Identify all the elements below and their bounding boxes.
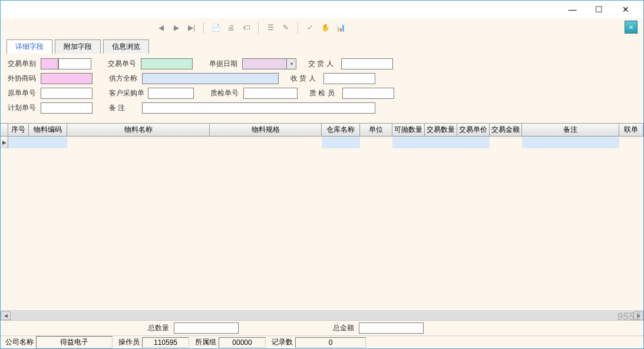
col-avail-qty[interactable]: 可抛数量	[392, 124, 425, 136]
list-icon[interactable]: ☰	[263, 21, 278, 35]
cell-mat-code[interactable]	[29, 137, 67, 148]
trans-no-input[interactable]	[141, 58, 193, 69]
totals-bar: 总数量 总金额	[1, 320, 643, 335]
col-mat-code[interactable]: 物料编码	[29, 124, 67, 136]
nav-next-icon[interactable]: ▶	[169, 21, 183, 35]
scroll-thumb[interactable]	[11, 311, 633, 320]
receiver-input[interactable]	[323, 73, 375, 84]
toolbar-sep	[258, 22, 259, 34]
receiver-label: 收 货 人	[290, 74, 321, 84]
cell-seq[interactable]	[8, 137, 29, 148]
remark-label: 备 注	[109, 103, 140, 113]
close-button[interactable]: ✕	[612, 1, 639, 18]
deliverer-input[interactable]	[341, 58, 393, 69]
deliverer-label: 交 货 人	[308, 59, 339, 69]
grid-body[interactable]: ▶	[1, 137, 643, 310]
vendor-code-label: 外协商码	[8, 74, 38, 84]
operator-value: 110595	[142, 337, 189, 348]
check-icon[interactable]: ✓	[303, 21, 317, 35]
col-unit-price[interactable]: 交易单价	[457, 124, 490, 136]
trans-no-label: 交易单号	[108, 59, 138, 69]
cell-unit[interactable]	[360, 137, 392, 148]
count-label: 记录数	[269, 337, 295, 347]
maximize-button[interactable]: ☐	[586, 1, 612, 18]
cell-mat-spec[interactable]	[210, 137, 322, 148]
grid-header: 序号 物料编码 物料名称 物料规格 仓库名称 单位 可抛数量 交易数量 交易单价…	[1, 123, 643, 137]
form-panel: 交易单别 交易单号 单据日期 ▾ 交 货 人 外协商码	[1, 54, 643, 123]
orig-no-label: 原单单号	[8, 88, 38, 98]
cell-amount[interactable]	[490, 137, 522, 148]
qc-no-label: 质检单号	[210, 88, 241, 98]
table-row[interactable]: ▶	[1, 137, 643, 148]
nav-prev-icon[interactable]: ◀	[154, 21, 168, 35]
horizontal-scrollbar[interactable]: ◀ ▶	[1, 310, 643, 320]
cell-mat-name[interactable]	[67, 137, 210, 148]
new-doc-icon[interactable]: 📄	[209, 21, 223, 35]
print-icon[interactable]: 🖨	[224, 21, 238, 35]
cell-link[interactable]	[619, 137, 643, 148]
toolbar-sep	[298, 22, 298, 34]
chart-icon[interactable]: 📊	[333, 21, 348, 35]
company-label: 公司名称	[3, 337, 36, 347]
col-mat-name[interactable]: 物料名称	[67, 124, 210, 136]
bill-date-label: 单据日期	[209, 59, 240, 69]
cell-warehouse[interactable]	[322, 137, 360, 148]
total-amount-input	[359, 323, 424, 334]
minimize-button[interactable]: —	[559, 1, 586, 18]
nav-last-icon[interactable]: ▶|	[184, 21, 199, 35]
remark-input[interactable]	[142, 102, 375, 114]
col-amount[interactable]: 交易金额	[490, 124, 522, 136]
cell-avail-qty[interactable]	[392, 137, 425, 148]
tab-bar: 详细字段 附加字段 信息浏览	[1, 37, 643, 54]
operator-label: 操作员	[116, 337, 142, 347]
tab-detail[interactable]: 详细字段	[6, 39, 52, 54]
col-remark[interactable]: 备注	[522, 124, 619, 136]
scroll-left-icon[interactable]: ◀	[1, 311, 11, 320]
total-qty-input	[174, 323, 239, 334]
approve-icon[interactable]: ✋	[318, 21, 332, 35]
group-value: 00000	[219, 337, 266, 348]
tab-additional[interactable]: 附加字段	[55, 39, 101, 54]
col-unit[interactable]: 单位	[360, 124, 392, 136]
status-bar: 公司名称 得益电子 操作员 110595 所属组 00000 记录数 0	[1, 335, 643, 348]
edit-icon[interactable]: ✎	[279, 21, 293, 35]
scroll-right-icon[interactable]: ▶	[633, 311, 643, 320]
total-qty-label: 总数量	[148, 323, 169, 333]
plan-no-input[interactable]	[41, 102, 93, 114]
trans-type-input2[interactable]	[58, 58, 91, 69]
company-value: 得益电子	[36, 336, 113, 348]
vendor-name-input[interactable]	[142, 73, 279, 84]
cust-po-input[interactable]	[148, 88, 194, 99]
date-dropdown-icon[interactable]: ▾	[287, 58, 296, 69]
vendor-name-label: 供方全称	[109, 74, 140, 84]
main-window: — ☐ ✕ ◀ ▶ ▶| 📄 🖨 🏷 ☰ ✎ ✓ ✋ 📊 ✕ 详细字段 附加字段…	[0, 0, 644, 349]
col-mat-spec[interactable]: 物料规格	[210, 124, 322, 136]
qc-no-input[interactable]	[243, 88, 298, 99]
col-link[interactable]: 联单	[619, 124, 643, 136]
group-label: 所属组	[193, 337, 219, 347]
col-rowmarker[interactable]	[1, 124, 8, 136]
exit-button[interactable]: ✕	[625, 21, 638, 34]
plan-no-label: 计划单号	[8, 103, 38, 113]
inspector-label: 质 检 员	[309, 88, 340, 98]
vendor-code-input[interactable]	[41, 73, 93, 84]
col-seq[interactable]: 序号	[8, 124, 29, 136]
tab-browse[interactable]: 信息浏览	[103, 39, 149, 54]
orig-no-input[interactable]	[41, 88, 93, 99]
trans-type-input[interactable]	[41, 58, 58, 69]
col-warehouse[interactable]: 仓库名称	[322, 124, 360, 136]
toolbar-sep	[203, 22, 204, 34]
cell-remark[interactable]	[522, 137, 619, 148]
inspector-input[interactable]	[342, 88, 394, 99]
data-grid: 序号 物料编码 物料名称 物料规格 仓库名称 单位 可抛数量 交易数量 交易单价…	[1, 123, 643, 320]
cell-trans-qty[interactable]	[425, 137, 457, 148]
cust-po-label: 客户采购单	[109, 88, 146, 98]
count-value: 0	[295, 337, 366, 348]
toolbar: ◀ ▶ ▶| 📄 🖨 🏷 ☰ ✎ ✓ ✋ 📊 ✕	[1, 18, 643, 37]
trans-type-label: 交易单别	[8, 59, 38, 69]
cell-unit-price[interactable]	[457, 137, 490, 148]
titlebar: — ☐ ✕	[1, 1, 643, 18]
tag-icon[interactable]: 🏷	[239, 21, 253, 35]
col-trans-qty[interactable]: 交易数量	[425, 124, 457, 136]
bill-date-input[interactable]	[242, 58, 287, 69]
